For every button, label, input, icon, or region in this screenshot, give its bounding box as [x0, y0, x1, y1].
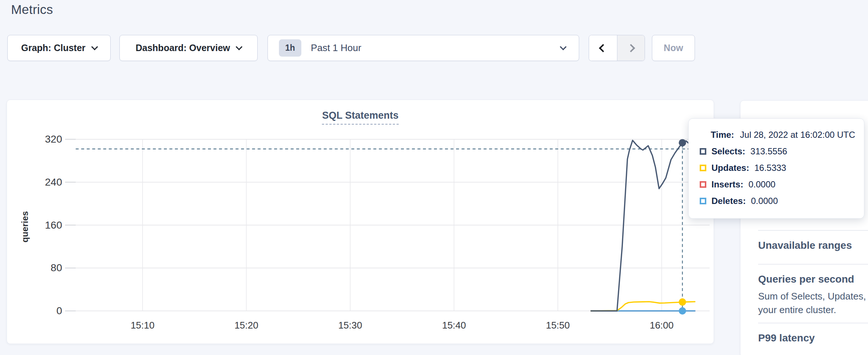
chart-hover-tooltip: Time:Jul 28, 2022 at 16:02:00 UTC Select…: [688, 118, 864, 219]
x-tick-label: 16:00: [650, 320, 674, 331]
series-swatch-icon: [700, 165, 706, 171]
series-value: 16.5333: [754, 163, 786, 173]
series-swatch-icon: [700, 148, 706, 155]
x-tick-label: 15:40: [442, 320, 466, 331]
x-tick-label: 15:10: [130, 320, 154, 331]
graph-scope-dropdown-label: Graph: Cluster: [21, 43, 85, 53]
time-range-label: Past 1 Hour: [311, 42, 361, 54]
tooltip-row-updates: Updates:16.5333: [700, 163, 864, 173]
tooltip-row-selects: Selects:313.5556: [700, 146, 864, 157]
y-tick-label: 320: [45, 133, 62, 145]
graph-scope-dropdown[interactable]: Graph: Cluster: [7, 35, 111, 61]
time-range-badge: 1h: [279, 39, 301, 57]
tooltip-time-value: Jul 28, 2022 at 16:02:00 UTC: [740, 130, 856, 140]
y-axis-label: queries: [20, 211, 30, 242]
sql-statements-plot[interactable]: 15:1015:2015:3015:4015:5016:000801602403…: [7, 100, 714, 344]
chevron-right-icon: [627, 44, 635, 52]
sidebar-item-title: P99 latency: [758, 332, 815, 344]
tooltip-time-row: Time:Jul 28, 2022 at 16:02:00 UTC: [711, 130, 864, 140]
page-title: Metrics: [11, 2, 53, 17]
sidebar-divider: [758, 264, 868, 265]
y-tick-label: 0: [56, 305, 62, 316]
series-value: 313.5556: [750, 146, 787, 157]
y-tick-label: 160: [45, 219, 62, 231]
series-swatch-icon: [700, 198, 706, 204]
series-value: 0.0000: [751, 196, 778, 206]
chevron-down-icon: [236, 43, 242, 50]
series-label: Inserts:: [711, 179, 743, 190]
series-label: Updates:: [711, 163, 749, 173]
series-value: 0.0000: [749, 179, 775, 190]
series-label: Selects:: [711, 146, 745, 157]
sidebar-divider: [758, 323, 868, 323]
y-tick-label: 240: [45, 176, 62, 188]
chevron-down-icon: [91, 43, 98, 50]
dashboard-dropdown[interactable]: Dashboard: Overview: [119, 35, 258, 61]
metrics-page: { "page": { "title": "Metrics" }, "toolb…: [0, 0, 868, 355]
sidebar-divider: [758, 230, 868, 231]
time-pager: [589, 35, 645, 61]
sidebar-item-description: Sum of Selects, Updates, Inser your enti…: [758, 290, 868, 317]
tooltip-time-label: Time:: [711, 130, 734, 140]
y-tick-label: 80: [51, 262, 62, 273]
x-tick-label: 15:20: [234, 320, 258, 331]
tooltip-row-inserts: Inserts:0.0000: [700, 179, 864, 190]
series-label: Deletes:: [711, 196, 746, 206]
x-tick-label: 15:50: [546, 320, 570, 331]
sidebar-item-title: Queries per second: [758, 273, 854, 285]
next-time-window-button[interactable]: [617, 35, 645, 61]
tooltip-row-deletes: Deletes:0.0000: [700, 196, 864, 206]
sidebar-item-title: Unavailable ranges: [758, 240, 852, 251]
chevron-left-icon: [599, 44, 607, 52]
hover-dot-deletes: [679, 307, 686, 315]
previous-time-window-button[interactable]: [589, 35, 617, 61]
now-button[interactable]: Now: [652, 35, 695, 61]
tooltip-series-rows: Selects:313.5556Updates:16.5333Inserts:0…: [700, 146, 864, 206]
hover-dot-updates: [679, 298, 686, 306]
hover-dot-selects: [679, 139, 686, 146]
x-tick-label: 15:30: [338, 320, 362, 331]
chevron-down-icon: [560, 43, 566, 50]
dashboard-dropdown-label: Dashboard: Overview: [136, 43, 230, 53]
series-line-selects: [591, 140, 694, 311]
sql-statements-chart-card: SQL Statements 15:1015:2015:3015:4015:50…: [7, 100, 714, 344]
time-range-selector[interactable]: 1h Past 1 Hour: [268, 35, 579, 61]
series-swatch-icon: [700, 181, 706, 188]
